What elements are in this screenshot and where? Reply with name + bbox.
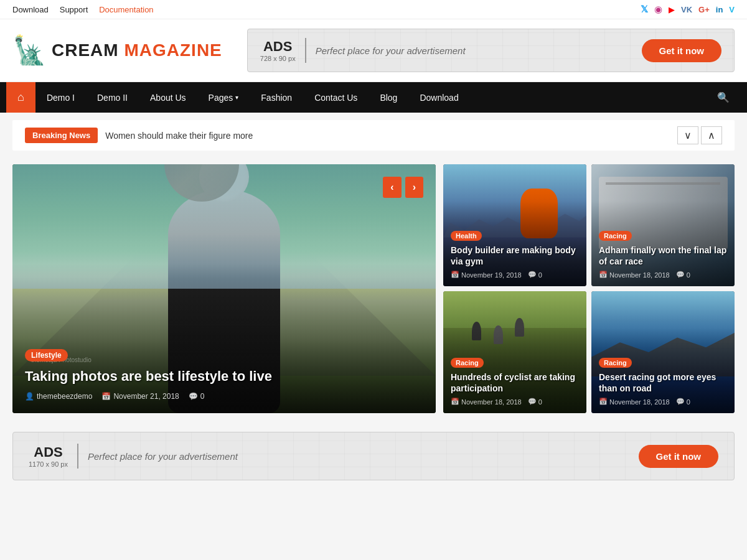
home-icon: ⌂ <box>17 91 24 104</box>
card-title-3: Desert racing got more eyes than on road <box>599 371 727 394</box>
featured-category: Lifestyle <box>25 349 68 362</box>
featured-nav: ‹ › <box>383 177 423 198</box>
breaking-prev-button[interactable]: ∨ <box>677 126 698 144</box>
article-card-1: Racing Adham finally won the final lap o… <box>591 164 735 286</box>
instagram-icon[interactable]: ◉ <box>654 4 662 15</box>
header: 🗽 CREAM MAGAZINE ADS 728 x 90 px Perfect… <box>0 19 747 82</box>
card-content-3: Racing Desert racing got more eyes than … <box>591 350 735 413</box>
featured-prev-button[interactable]: ‹ <box>383 177 401 198</box>
featured-author: 👤 themebeezdemo <box>25 392 92 401</box>
comment-icon: 💬 <box>528 398 537 406</box>
header-ad-button[interactable]: Get it now <box>642 39 722 62</box>
bottom-ad-text: Perfect place for your advertisement <box>88 451 629 462</box>
featured-article: ‹ › themeaja Photostudio Lifestyle Takin… <box>12 164 436 413</box>
card-comments-0: 💬 0 <box>528 271 542 279</box>
comment-icon: 💬 <box>528 271 537 279</box>
vk-icon[interactable]: VK <box>681 5 692 14</box>
featured-meta: 👤 themebeezdemo 📅 November 21, 2018 💬 0 <box>25 392 423 401</box>
card-date-1: 📅 November 18, 2018 <box>599 271 670 279</box>
bottom-ad-divider <box>77 444 78 469</box>
bottom-ad-banner: ADS 1170 x 90 px Perfect place for your … <box>12 432 735 480</box>
card-date-3: 📅 November 18, 2018 <box>599 398 670 406</box>
ad-title: ADS <box>260 39 296 55</box>
card-comments-3: 💬 0 <box>676 398 690 406</box>
search-button[interactable]: 🔍 <box>706 83 741 112</box>
card-title-0: Body builder are making body via gym <box>451 245 579 267</box>
breaking-news-text: Women should make their figure more <box>105 131 670 141</box>
main-nav: ⌂ Demo I Demo II About Us Pages ▾ Fashio… <box>0 82 747 113</box>
nav-item-demo1[interactable]: Demo I <box>35 84 86 111</box>
card-date-2: 📅 November 18, 2018 <box>451 398 522 406</box>
card-date-0: 📅 November 19, 2018 <box>451 271 522 279</box>
top-bar: Download Support Documentation 𝕏 ◉ ▶ VK … <box>0 0 747 19</box>
card-meta-2: 📅 November 18, 2018 💬 0 <box>451 398 579 406</box>
nav-item-about[interactable]: About Us <box>139 84 197 111</box>
breaking-news-label: Breaking News <box>25 128 98 143</box>
card-content-0: Health Body builder are making body via … <box>443 223 586 286</box>
featured-date: 📅 November 21, 2018 <box>101 392 179 401</box>
calendar-icon: 📅 <box>599 398 608 406</box>
card-meta-0: 📅 November 19, 2018 💬 0 <box>451 271 579 279</box>
twitter-icon[interactable]: 𝕏 <box>641 4 648 15</box>
google-plus-icon[interactable]: G+ <box>698 5 710 14</box>
calendar-icon: 📅 <box>451 398 459 406</box>
topbar-download-link[interactable]: Download <box>12 5 49 14</box>
article-card-0: Health Body builder are making body via … <box>443 164 586 286</box>
logo[interactable]: 🗽 CREAM MAGAZINE <box>12 37 222 64</box>
calendar-icon: 📅 <box>599 271 608 279</box>
card-meta-1: 📅 November 18, 2018 💬 0 <box>599 271 727 279</box>
linkedin-icon[interactable]: in <box>716 5 723 14</box>
featured-content: Lifestyle Taking photos are best lifesty… <box>12 337 436 413</box>
card-category-1: Racing <box>599 231 632 241</box>
ad-size: 728 x 90 px <box>260 55 296 62</box>
pages-dropdown-icon: ▾ <box>235 94 238 101</box>
featured-comments: 💬 0 <box>189 392 205 401</box>
logo-icon: 🗽 <box>12 37 47 64</box>
featured-title: Taking photos are best lifestyle to live <box>25 368 423 386</box>
card-category-3: Racing <box>599 358 632 368</box>
card-comments-2: 💬 0 <box>528 398 542 406</box>
breaking-next-button[interactable]: ∧ <box>701 126 722 144</box>
ad-text: Perfect place for your advertisement <box>316 45 632 56</box>
bottom-ad-title: ADS <box>29 444 68 460</box>
article-grid: Health Body builder are making body via … <box>443 164 735 413</box>
featured-next-button[interactable]: › <box>405 177 423 198</box>
nav-item-contact[interactable]: Contact Us <box>303 84 369 111</box>
comment-icon: 💬 <box>189 392 198 401</box>
nav-item-pages[interactable]: Pages ▾ <box>197 84 250 111</box>
vimeo-icon[interactable]: V <box>729 5 735 14</box>
top-bar-links: Download Support Documentation <box>12 4 162 14</box>
bottom-ad-size: 1170 x 90 px <box>29 460 68 468</box>
card-category-0: Health <box>451 231 482 241</box>
nav-home-button[interactable]: ⌂ <box>6 82 35 113</box>
calendar-icon: 📅 <box>451 271 459 279</box>
card-content-2: Racing Hundreds of cyclist are taking pa… <box>443 350 586 413</box>
nav-item-demo2[interactable]: Demo II <box>86 84 139 111</box>
calendar-icon: 📅 <box>101 392 111 401</box>
card-meta-3: 📅 November 18, 2018 💬 0 <box>599 398 727 406</box>
header-ad-banner: ADS 728 x 90 px Perfect place for your a… <box>247 29 735 72</box>
user-icon: 👤 <box>25 392 34 401</box>
card-title-1: Adham finally won the final lap of car r… <box>599 245 727 267</box>
nav-item-fashion[interactable]: Fashion <box>250 84 303 111</box>
card-comments-1: 💬 0 <box>676 271 690 279</box>
bottom-ad-button[interactable]: Get it now <box>639 445 719 468</box>
comment-icon: 💬 <box>676 271 685 279</box>
social-icons: 𝕏 ◉ ▶ VK G+ in V <box>641 4 735 15</box>
breaking-news-nav: ∨ ∧ <box>677 126 722 144</box>
card-title-2: Hundreds of cyclist are taking participa… <box>451 371 579 394</box>
ad-label: ADS 728 x 90 px <box>260 39 296 62</box>
breaking-news-bar: Breaking News Women should make their fi… <box>12 120 735 151</box>
ad-divider <box>305 38 306 63</box>
article-card-2: Racing Hundreds of cyclist are taking pa… <box>443 291 586 413</box>
logo-text: CREAM MAGAZINE <box>52 40 222 60</box>
topbar-documentation-link[interactable]: Documentation <box>99 5 153 14</box>
nav-item-download[interactable]: Download <box>408 84 469 111</box>
article-card-3: Racing Desert racing got more eyes than … <box>591 291 735 413</box>
topbar-support-link[interactable]: Support <box>60 5 88 14</box>
youtube-icon[interactable]: ▶ <box>669 5 675 14</box>
nav-item-blog[interactable]: Blog <box>369 84 408 111</box>
card-category-2: Racing <box>451 358 484 368</box>
card-content-1: Racing Adham finally won the final lap o… <box>591 223 735 286</box>
search-icon: 🔍 <box>717 92 730 103</box>
